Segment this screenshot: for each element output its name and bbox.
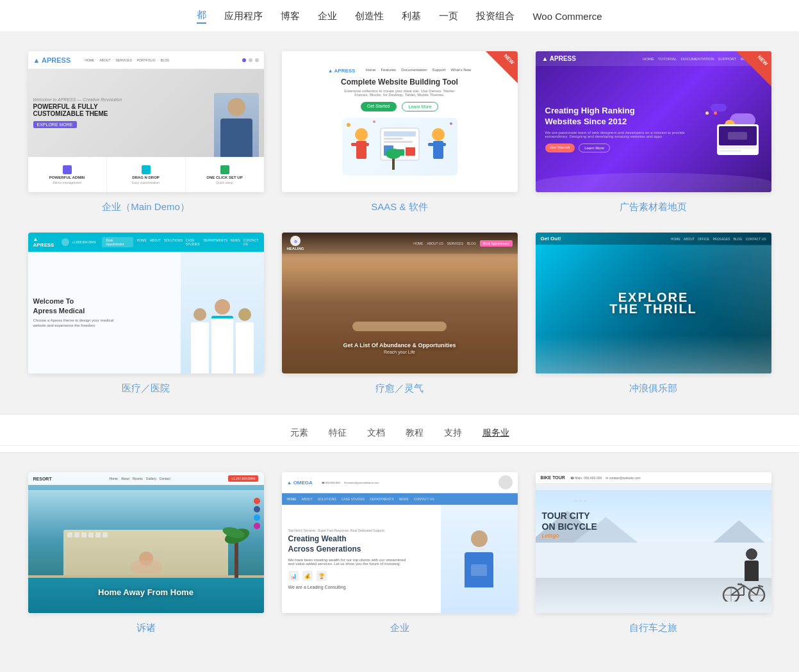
card-3-title: 广告素材着地页	[620, 201, 687, 213]
card-resort: RESORT HomeAboutRoomsGalleryContact +1.2…	[28, 472, 264, 634]
card-1-title: 企业（Main Demo）	[102, 201, 190, 213]
mid-nav: 元素 特征 文档 教程 支持 服务业	[0, 421, 799, 446]
card-7-title: 诉诸	[136, 622, 156, 634]
card-saas: NEW ▲ APRESS Home Features Documentation…	[282, 51, 518, 213]
mid-nav-elements[interactable]: 元素	[290, 427, 308, 439]
card-surf: Get Out! HOMEABOUTOFFICEPACKAGESBLOGCONT…	[536, 233, 771, 395]
card-6-title: 冲浪俱乐部	[629, 382, 677, 395]
card-medical: ▲ APRESS +1.888.894.8944 Book Appointmen…	[28, 233, 264, 395]
nav-item-creative[interactable]: 创造性	[355, 10, 384, 22]
mid-nav-tutorials[interactable]: 教程	[406, 427, 424, 439]
card-9-preview[interactable]: BIKE TOUR ☎ Main: 000-000-000 ✉ contact@…	[536, 472, 771, 613]
mid-nav-support[interactable]: 支持	[444, 427, 462, 439]
card-5-title: 疗愈／灵气	[375, 382, 424, 395]
nav-item-all[interactable]: 都	[197, 9, 206, 24]
mid-nav-docs[interactable]: 文档	[367, 427, 385, 439]
card-8-preview[interactable]: ▲ OMEGA ☎ 000-000-000 ✉ contact@yourmail…	[282, 472, 518, 613]
mid-nav-wrapper: 元素 特征 文档 教程 支持 服务业	[0, 414, 799, 453]
card-grid: ▲ APRESS HOME ABOUT SERVICES PORTFOLIO B…	[15, 32, 784, 414]
svg-rect-10	[406, 147, 415, 156]
nav-item-apps[interactable]: 应用程序	[224, 10, 263, 22]
card-bicycle: BIKE TOUR ☎ Main: 000-000-000 ✉ contact@…	[536, 472, 771, 634]
nav-item-enterprise[interactable]: 企业	[318, 10, 337, 22]
nav-item-portfolio[interactable]: 投资组合	[476, 10, 515, 22]
nav-item-woocommerce[interactable]: Woo Commerce	[532, 11, 602, 22]
card-healing: ✿ HEALING HOME ABOUT US SERVICES BLOG Bo…	[282, 233, 518, 395]
svg-point-19	[373, 120, 375, 123]
card-consulting: ▲ OMEGA ☎ 000-000-000 ✉ contact@yourmail…	[282, 472, 518, 634]
svg-line-31	[758, 586, 763, 587]
card-5-preview[interactable]: ✿ HEALING HOME ABOUT US SERVICES BLOG Bo…	[282, 233, 518, 373]
svg-rect-3	[363, 143, 369, 146]
card-8-title: 企业	[390, 622, 409, 634]
svg-point-17	[347, 123, 350, 127]
svg-point-18	[450, 122, 452, 125]
svg-point-0	[355, 128, 368, 141]
card-2-title: SAAS & 软件	[371, 201, 427, 213]
card-2-preview[interactable]: NEW ▲ APRESS Home Features Documentation…	[282, 51, 518, 192]
card-6-preview[interactable]: Get Out! HOMEABOUTOFFICEPACKAGESBLOGCONT…	[536, 233, 771, 373]
card-9-title: 自行车之旅	[629, 622, 677, 634]
nav-item-niche[interactable]: 利基	[402, 10, 421, 22]
card-4-title: 医疗／医院	[122, 382, 170, 395]
svg-rect-5	[384, 131, 416, 136]
svg-point-11	[432, 128, 445, 141]
card-enterprise-main: ▲ APRESS HOME ABOUT SERVICES PORTFOLIO B…	[28, 51, 264, 213]
card-1-preview[interactable]: ▲ APRESS HOME ABOUT SERVICES PORTFOLIO B…	[28, 51, 264, 192]
card-7-preview[interactable]: RESORT HomeAboutRoomsGalleryContact +1.2…	[28, 472, 264, 613]
card-3-preview[interactable]: NEW ▲ APRESS HOMETUTORIALDOCUMENTATIONSU…	[536, 51, 771, 192]
nav-item-blog[interactable]: 博客	[281, 10, 300, 22]
svg-rect-2	[351, 143, 358, 146]
card-4-preview[interactable]: ▲ APRESS +1.888.894.8944 Book Appointmen…	[28, 233, 264, 373]
svg-rect-14	[440, 143, 446, 146]
svg-rect-13	[428, 143, 434, 146]
mid-nav-features[interactable]: 特征	[329, 427, 347, 439]
svg-rect-6	[384, 138, 403, 140]
nav-item-onepage[interactable]: 一页	[439, 10, 458, 22]
svg-point-16	[386, 149, 401, 159]
top-nav: 都 应用程序 博客 企业 创造性 利基 一页 投资组合 Woo Commerce	[0, 0, 799, 32]
card-ad-landing: NEW ▲ APRESS HOMETUTORIALDOCUMENTATIONSU…	[536, 51, 771, 213]
svg-rect-7	[384, 141, 413, 143]
mid-nav-services[interactable]: 服务业	[482, 427, 509, 439]
card-grid-2: RESORT HomeAboutRoomsGalleryContact +1.2…	[15, 453, 784, 653]
